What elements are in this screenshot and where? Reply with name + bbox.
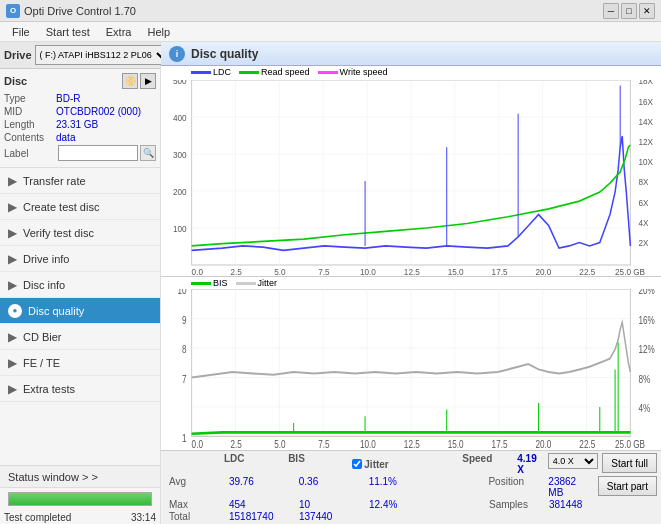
svg-text:500: 500 xyxy=(173,80,187,87)
svg-text:25.0 GB: 25.0 GB xyxy=(615,439,645,450)
svg-text:2.5: 2.5 xyxy=(230,439,241,450)
svg-text:2X: 2X xyxy=(639,238,649,248)
status-window-label: Status window > > xyxy=(8,471,98,483)
jitter-col-header: Jitter xyxy=(352,453,462,475)
nav-item-cd-bier[interactable]: ▶ CD Bier xyxy=(0,324,160,350)
jitter-checkbox[interactable] xyxy=(352,459,362,469)
status-text: Test completed xyxy=(4,512,71,523)
status-row: Test completed 33:14 xyxy=(0,510,160,524)
time-text: 33:14 xyxy=(131,512,156,523)
menu-extra[interactable]: Extra xyxy=(98,24,140,40)
nav-item-verify-test-disc[interactable]: ▶ Verify test disc xyxy=(0,220,160,246)
create-test-disc-label: Create test disc xyxy=(23,201,99,213)
nav-item-disc-quality[interactable]: ● Disc quality xyxy=(0,298,160,324)
svg-text:0.0: 0.0 xyxy=(192,267,204,276)
ldc-avg: 39.76 xyxy=(229,476,299,498)
svg-text:15.0: 15.0 xyxy=(448,439,464,450)
ldc-color xyxy=(191,71,211,74)
disc-contents-label: Contents xyxy=(4,132,56,143)
svg-text:18X: 18X xyxy=(639,80,654,87)
nav-item-fe-te[interactable]: ▶ FE / TE xyxy=(0,350,160,376)
chart-top-svg: 500 400 300 200 100 18X 16X 14X 12X 10X … xyxy=(161,80,661,276)
disc-label-row: Label 🔍 xyxy=(4,145,156,161)
svg-text:12X: 12X xyxy=(639,137,654,147)
disc-quality-label: Disc quality xyxy=(28,305,84,317)
nav-item-disc-info[interactable]: ▶ Disc info xyxy=(0,272,160,298)
maximize-button[interactable]: □ xyxy=(621,3,637,19)
nav-item-extra-tests[interactable]: ▶ Extra tests xyxy=(0,376,160,402)
svg-text:22.5: 22.5 xyxy=(579,267,595,276)
fe-te-icon: ▶ xyxy=(8,356,17,370)
start-full-container: Start full xyxy=(602,453,657,475)
svg-text:20%: 20% xyxy=(639,289,656,297)
chart-top: LDC Read speed Write speed xyxy=(161,66,661,277)
menu-file[interactable]: File xyxy=(4,24,38,40)
verify-test-disc-label: Verify test disc xyxy=(23,227,94,239)
disc-label-input[interactable] xyxy=(58,145,138,161)
nav-section: ▶ Transfer rate ▶ Create test disc ▶ Ver… xyxy=(0,168,160,465)
read-speed-legend: Read speed xyxy=(239,67,310,77)
svg-text:14X: 14X xyxy=(639,116,654,126)
disc-info-icon: ▶ xyxy=(8,278,17,292)
svg-text:22.5: 22.5 xyxy=(579,439,595,450)
fe-te-label: FE / TE xyxy=(23,357,60,369)
stats-total-row: Total 15181740 137440 xyxy=(165,511,657,522)
svg-text:4%: 4% xyxy=(639,402,651,414)
start-full-button[interactable]: Start full xyxy=(602,453,657,473)
start-part-button[interactable]: Start part xyxy=(598,476,657,496)
disc-header: Disc 📀 ▶ xyxy=(4,73,156,89)
minimize-button[interactable]: ─ xyxy=(603,3,619,19)
stats-header-row: LDC BIS Jitter Speed 4.19 X 4.0 X Start … xyxy=(165,453,657,475)
disc-label-label: Label xyxy=(4,148,56,159)
main-container: Drive ( F:) ATAPI iHBS112 2 PL06 ⏏ Speed… xyxy=(0,42,661,524)
speed-col-header: Speed xyxy=(462,453,517,475)
nav-item-create-test-disc[interactable]: ▶ Create test disc xyxy=(0,194,160,220)
disc-type-row: Type BD-R xyxy=(4,93,156,104)
svg-text:300: 300 xyxy=(173,150,187,160)
title-bar-text: Opti Drive Control 1.70 xyxy=(24,5,603,17)
nav-item-drive-info[interactable]: ▶ Drive info xyxy=(0,246,160,272)
jitter-legend: Jitter xyxy=(236,278,278,288)
svg-text:12.5: 12.5 xyxy=(404,267,420,276)
svg-text:100: 100 xyxy=(173,224,187,234)
content-area: i Disc quality LDC Read speed xyxy=(161,42,661,524)
max-label: Max xyxy=(169,499,229,510)
svg-text:6X: 6X xyxy=(639,197,649,207)
jitter-color xyxy=(236,282,256,285)
drive-select[interactable]: ( F:) ATAPI iHBS112 2 PL06 xyxy=(35,45,170,65)
bis-color xyxy=(191,282,211,285)
speed-value-display: 4.19 X xyxy=(517,453,544,475)
disc-header-icons: 📀 ▶ xyxy=(122,73,156,89)
close-button[interactable]: ✕ xyxy=(639,3,655,19)
svg-text:7.5: 7.5 xyxy=(318,267,330,276)
svg-text:20.0: 20.0 xyxy=(535,267,551,276)
menu-bar: File Start test Extra Help xyxy=(0,22,661,42)
dq-icon: i xyxy=(169,46,185,62)
svg-text:8: 8 xyxy=(182,343,187,355)
svg-text:7.5: 7.5 xyxy=(318,439,329,450)
chart-bottom: BIS Jitter xyxy=(161,277,661,450)
disc-contents-row: Contents data xyxy=(4,132,156,143)
speed-stat-select[interactable]: 4.0 X xyxy=(548,453,599,469)
disc-title: Disc xyxy=(4,75,27,87)
disc-icon-2[interactable]: ▶ xyxy=(140,73,156,89)
status-section: Status window > > Test completed 33:14 xyxy=(0,465,160,524)
svg-text:2.5: 2.5 xyxy=(230,267,242,276)
verify-test-disc-icon: ▶ xyxy=(8,226,17,240)
total-label: Total xyxy=(169,511,229,522)
stats-header-empty xyxy=(169,453,224,475)
disc-icon-1[interactable]: 📀 xyxy=(122,73,138,89)
nav-item-transfer-rate[interactable]: ▶ Transfer rate xyxy=(0,168,160,194)
status-window-button[interactable]: Status window > > xyxy=(0,466,160,488)
disc-label-icon[interactable]: 🔍 xyxy=(140,145,156,161)
menu-start-test[interactable]: Start test xyxy=(38,24,98,40)
jitter-max: 12.4% xyxy=(369,499,489,510)
disc-contents-value: data xyxy=(56,132,156,143)
svg-text:1: 1 xyxy=(182,432,187,444)
cd-bier-icon: ▶ xyxy=(8,330,17,344)
pos-value: 23862 MB xyxy=(548,476,594,498)
svg-text:12.5: 12.5 xyxy=(404,439,420,450)
chart-top-legend: LDC Read speed Write speed xyxy=(161,66,661,77)
transfer-rate-label: Transfer rate xyxy=(23,175,86,187)
menu-help[interactable]: Help xyxy=(139,24,178,40)
